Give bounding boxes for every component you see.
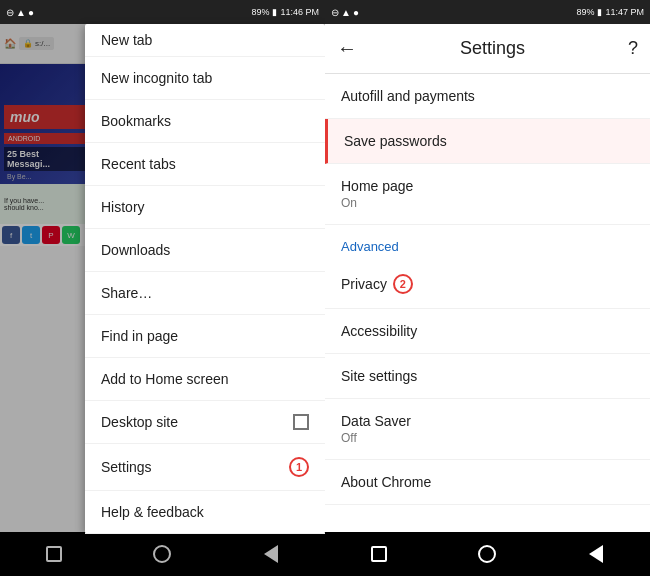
wifi-icon-right: ▲ [341, 7, 351, 18]
advanced-section-header: Advanced [325, 225, 650, 260]
settings-item-accessibility[interactable]: Accessibility [325, 309, 650, 354]
home-page-sub: On [341, 196, 634, 210]
menu-item-add-to-home-screen[interactable]: Add to Home screen [85, 358, 325, 401]
privacy-badge: 2 [393, 274, 413, 294]
wifi-icon: ▲ [16, 7, 26, 18]
menu-item-share[interactable]: Share… [85, 272, 325, 315]
home-page-label: Home page [341, 178, 634, 194]
autofill-label: Autofill and payments [341, 88, 634, 104]
bookmarks-label: Bookmarks [101, 113, 171, 129]
settings-badge: 1 [289, 457, 309, 477]
menu-item-desktop-site[interactable]: Desktop site [85, 401, 325, 444]
downloads-label: Downloads [101, 242, 170, 258]
help-button[interactable]: ? [628, 38, 638, 59]
square-icon-right [371, 546, 387, 562]
nav-back-right[interactable] [576, 534, 616, 574]
about-chrome-label: About Chrome [341, 474, 634, 490]
site-settings-label: Site settings [341, 368, 634, 384]
sim-icon: ⊖ [6, 7, 14, 18]
add-to-home-screen-label: Add to Home screen [101, 371, 229, 387]
privacy-row: Privacy 2 [341, 274, 634, 294]
menu-item-new-tab[interactable]: New tab [85, 24, 325, 57]
settings-item-save-passwords[interactable]: Save passwords [325, 119, 650, 164]
privacy-label: Privacy [341, 276, 387, 292]
menu-item-history[interactable]: History [85, 186, 325, 229]
dropdown-menu: New tab New incognito tab Bookmarks Rece… [85, 24, 325, 534]
settings-item-data-saver[interactable]: Data Saver Off [325, 399, 650, 460]
menu-item-new-incognito-tab[interactable]: New incognito tab [85, 57, 325, 100]
accessibility-label: Accessibility [341, 323, 634, 339]
back-icon-right [589, 545, 603, 563]
sim-icon-right: ⊖ [331, 7, 339, 18]
settings-item-about-chrome[interactable]: About Chrome [325, 460, 650, 505]
desktop-site-checkbox[interactable] [293, 414, 309, 430]
status-bar-right: ⊖ ▲ ● 89% ▮ 11:47 PM [325, 0, 650, 24]
battery-icon-right: ▮ [597, 7, 602, 17]
data-saver-label: Data Saver [341, 413, 634, 429]
menu-item-help-feedback[interactable]: Help & feedback [85, 491, 325, 534]
menu-item-find-in-page[interactable]: Find in page [85, 315, 325, 358]
battery-icon-left: ▮ [272, 7, 277, 17]
status-right-left: 89% ▮ 11:46 PM [251, 7, 319, 17]
settings-item-privacy[interactable]: Privacy 2 [325, 260, 650, 309]
time-left: 11:46 PM [280, 7, 319, 17]
settings-item-home-page[interactable]: Home page On [325, 164, 650, 225]
right-panel: ⊖ ▲ ● 89% ▮ 11:47 PM ← Settings ? Autofi… [325, 0, 650, 576]
menu-item-bookmarks[interactable]: Bookmarks [85, 100, 325, 143]
status-bar-left: ⊖ ▲ ● 89% ▮ 11:46 PM [0, 0, 325, 24]
history-label: History [101, 199, 145, 215]
menu-item-settings[interactable]: Settings 1 [85, 444, 325, 491]
battery-pct-right: 89% [576, 7, 594, 17]
share-label: Share… [101, 285, 152, 301]
advanced-label: Advanced [341, 239, 634, 254]
settings-toolbar: ← Settings ? [325, 24, 650, 74]
find-in-page-label: Find in page [101, 328, 178, 344]
signal-icon-right: ● [353, 7, 359, 18]
menu-item-downloads[interactable]: Downloads [85, 229, 325, 272]
help-feedback-label: Help & feedback [101, 504, 204, 520]
settings-list: Autofill and payments Save passwords Hom… [325, 74, 650, 532]
nav-circle-right[interactable] [467, 534, 507, 574]
settings-item-autofill[interactable]: Autofill and payments [325, 74, 650, 119]
data-saver-sub: Off [341, 431, 634, 445]
settings-page-title: Settings [460, 38, 525, 59]
battery-pct-left: 89% [251, 7, 269, 17]
nav-bar-right [325, 532, 650, 576]
time-right: 11:47 PM [605, 7, 644, 17]
status-icons-left: ⊖ ▲ ● [6, 7, 34, 18]
status-icons-right: ⊖ ▲ ● [331, 7, 359, 18]
circle-icon-right [478, 545, 496, 563]
new-tab-label: New tab [101, 32, 152, 48]
recent-tabs-label: Recent tabs [101, 156, 176, 172]
settings-label: Settings [101, 459, 152, 475]
save-passwords-label: Save passwords [344, 133, 634, 149]
status-right-right: 89% ▮ 11:47 PM [576, 7, 644, 17]
desktop-site-label: Desktop site [101, 414, 178, 430]
new-incognito-tab-label: New incognito tab [101, 70, 212, 86]
nav-square-right[interactable] [359, 534, 399, 574]
settings-item-site-settings[interactable]: Site settings [325, 354, 650, 399]
signal-icon: ● [28, 7, 34, 18]
menu-item-recent-tabs[interactable]: Recent tabs [85, 143, 325, 186]
left-panel: ⊖ ▲ ● 89% ▮ 11:46 PM 🏠 🔒 s:/... muo ANDR… [0, 0, 325, 576]
back-button[interactable]: ← [337, 37, 357, 60]
